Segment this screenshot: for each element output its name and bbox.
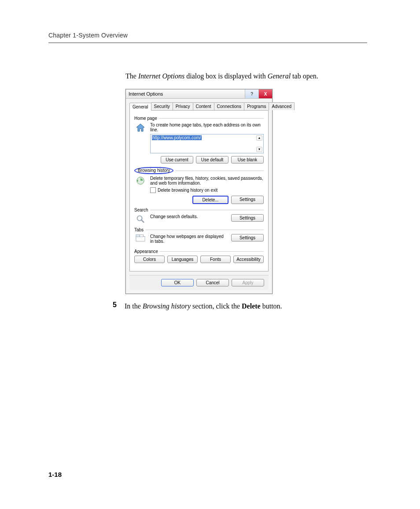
svg-rect-4: [136, 237, 145, 241]
svg-marker-0: [136, 124, 144, 131]
appearance-group: Appearance Colors Languages Fonts Access…: [134, 249, 264, 263]
homepage-title: Home page: [134, 116, 159, 121]
languages-button[interactable]: Languages: [167, 256, 198, 263]
chevron-up-icon: ▴: [256, 135, 262, 141]
search-title: Search: [134, 208, 150, 212]
delete-on-exit-checkbox[interactable]: Delete browsing history on exit: [150, 187, 264, 193]
titlebar: Internet Options ? X: [126, 89, 272, 99]
help-icon: ?: [251, 92, 253, 97]
fonts-button[interactable]: Fonts: [200, 256, 231, 263]
ok-button[interactable]: OK: [161, 279, 194, 286]
step-post: button.: [261, 302, 282, 310]
checkbox-icon: [150, 187, 156, 193]
dialog-title: Internet Options: [129, 91, 163, 97]
delete-on-exit-label: Delete browsing history on exit: [158, 188, 217, 193]
step-pre: In the: [125, 302, 143, 310]
use-blank-button[interactable]: Use blank: [231, 156, 264, 163]
accessibility-button[interactable]: Accessibility: [233, 256, 264, 263]
apply-button[interactable]: Apply: [232, 279, 264, 286]
chevron-down-icon: ▾: [256, 147, 262, 152]
delete-button[interactable]: Delete...: [192, 196, 228, 204]
tab-programs[interactable]: Programs: [244, 102, 269, 110]
tab-security[interactable]: Security: [151, 102, 173, 110]
colors-button[interactable]: Colors: [134, 256, 165, 263]
step-5: 5 In the Browsing history section, click…: [125, 301, 367, 311]
tabs-title: Tabs: [134, 227, 145, 232]
homepage-group: Home page To create home page tabs, type…: [134, 116, 264, 163]
appearance-title: Appearance: [134, 249, 160, 254]
tabs-hint: Change how webpages are displayed in tab…: [150, 234, 228, 244]
step-em: Browsing history: [143, 302, 191, 310]
tab-connections[interactable]: Connections: [214, 102, 245, 110]
header-rule: [48, 42, 367, 43]
use-default-button[interactable]: Use default: [196, 156, 228, 163]
svg-rect-5: [136, 235, 140, 237]
tab-strip: General Security Privacy Content Connect…: [129, 102, 269, 111]
intro-paragraph: The Internet Options dialog box is displ…: [125, 71, 367, 81]
browsing-history-group: Browsing history Delete temporary files,…: [134, 167, 264, 204]
homepage-hint: To create home page tabs, type each addr…: [150, 123, 264, 132]
general-panel: Home page To create home page tabs, type…: [129, 111, 269, 271]
step-mid: section, click the: [191, 302, 242, 310]
intro-mid: dialog box is displayed with: [184, 72, 267, 80]
search-group: Search Change search defaults. Settings: [134, 208, 264, 224]
tabs-group: Tabs Change how webpages are displayed i…: [134, 227, 264, 245]
internet-options-dialog: Internet Options ? X General Security Pr…: [125, 89, 273, 294]
tab-advanced[interactable]: Advanced: [269, 102, 294, 110]
help-button[interactable]: ?: [245, 89, 258, 98]
svg-rect-6: [140, 235, 143, 237]
step-number: 5: [110, 301, 117, 311]
svg-line-3: [141, 220, 144, 223]
intro-post: tab open.: [291, 72, 318, 80]
intro-em1: Internet Options: [138, 72, 184, 80]
intro-em2: General: [268, 72, 291, 80]
dialog-footer: OK Cancel Apply: [129, 275, 269, 290]
home-icon: [134, 123, 147, 163]
tab-general[interactable]: General: [129, 103, 151, 111]
tabs-icon: [134, 234, 147, 245]
step-text: In the Browsing history section, click t…: [125, 301, 282, 311]
homepage-url-field[interactable]: http://www.polycom.com/ ▴▾: [150, 134, 264, 153]
close-icon: X: [264, 92, 267, 97]
close-button[interactable]: X: [258, 89, 272, 98]
chapter-header: Chapter 1-System Overview: [48, 32, 367, 39]
search-hint: Change search defaults.: [150, 214, 228, 219]
search-icon: [134, 214, 147, 224]
page-number: 1-18: [48, 471, 62, 478]
history-hint: Delete temporary files, history, cookies…: [150, 176, 264, 186]
tabs-settings-button[interactable]: Settings: [231, 234, 264, 241]
intro-pre: The: [125, 72, 138, 80]
tab-content[interactable]: Content: [193, 102, 214, 110]
homepage-url-value: http://www.polycom.com/: [152, 135, 202, 140]
history-icon: [134, 176, 147, 204]
cancel-button[interactable]: Cancel: [196, 279, 229, 286]
tab-privacy[interactable]: Privacy: [173, 102, 193, 110]
use-current-button[interactable]: Use current: [161, 156, 193, 163]
step-bold: Delete: [242, 302, 261, 310]
url-spin[interactable]: ▴▾: [256, 135, 262, 152]
search-settings-button[interactable]: Settings: [231, 214, 264, 222]
browsing-history-title: Browsing history: [134, 167, 173, 174]
history-settings-button[interactable]: Settings: [231, 196, 264, 204]
